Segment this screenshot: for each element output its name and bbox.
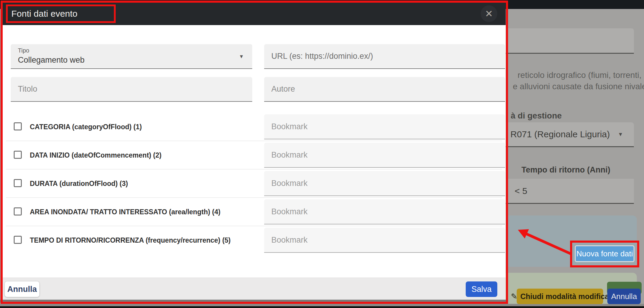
categoria-bookmark-input[interactable] xyxy=(264,114,505,139)
row-divider xyxy=(6,226,502,226)
nuova-fonte-dati-button[interactable]: Nuova fonte dati xyxy=(575,245,634,262)
durata-checkbox[interactable] xyxy=(14,179,22,187)
tipo-select[interactable]: Tipo Collegamento web ▼ xyxy=(11,44,252,69)
edit-pencil-icon: ✎ xyxy=(511,292,517,301)
chiudi-modalita-modifica-label: Chiudi modalità modifica xyxy=(520,292,609,301)
tempo-ritorno-bookmark-input[interactable] xyxy=(264,228,505,253)
data-inizio-label: DATA INIZIO (dateOfCommencement) (2) xyxy=(30,143,162,168)
categoria-checkbox[interactable] xyxy=(14,122,22,130)
close-icon: ✕ xyxy=(485,8,493,19)
page-bottom-dark-bar xyxy=(0,306,644,308)
data-inizio-bookmark-input[interactable] xyxy=(264,143,505,168)
flood-description-line1: reticolo idrografico (fiumi, torrenti, xyxy=(518,70,641,80)
area-inondata-label: AREA INONDATA/ TRATTO INTERESSATO (area/… xyxy=(30,199,220,224)
tipo-select-value: Collegamento web xyxy=(18,56,85,65)
categoria-label: CATEGORIA (categoryOfFlood) (1) xyxy=(30,114,142,139)
tempo-ritorno-row-label: TEMPO DI RITORNO/RICORRENZA (frequency/r… xyxy=(30,228,231,253)
area-inondata-checkbox[interactable] xyxy=(14,207,22,215)
dialog-footer: Annulla Salva xyxy=(2,278,506,300)
tipo-select-label: Tipo xyxy=(18,47,29,54)
tempo-ritorno-label: Tempo di ritorno (Anni) xyxy=(521,165,610,175)
modal-bottom-shadow xyxy=(0,300,508,303)
area-inondata-bookmark-input[interactable] xyxy=(264,199,505,224)
gestione-select-value: R071 (Regionale Liguria) xyxy=(510,129,610,139)
url-input[interactable] xyxy=(264,44,505,69)
chiudi-modalita-modifica-button[interactable]: ✎ Chiudi modalità modifica xyxy=(517,289,603,304)
dialog-header: Fonti dati evento ✕ xyxy=(2,2,506,25)
tempo-ritorno-value: < 5 xyxy=(515,186,527,196)
page-annulla-button[interactable]: Annulla xyxy=(607,289,641,304)
titolo-input[interactable] xyxy=(11,77,252,102)
tempo-ritorno-checkbox[interactable] xyxy=(14,236,22,244)
salva-button[interactable]: Salva xyxy=(466,281,497,297)
flood-description-line2: e alluvioni causate da fusione nivale) xyxy=(513,82,644,91)
row-divider xyxy=(6,197,502,198)
row-divider xyxy=(6,169,502,170)
chevron-down-icon: ▼ xyxy=(618,131,623,138)
row-divider xyxy=(6,141,502,141)
fonti-dati-evento-dialog: Fonti dati evento ✕ Tipo Collegamento we… xyxy=(2,2,506,300)
data-inizio-checkbox[interactable] xyxy=(14,151,22,159)
page-bottom-gray-strip xyxy=(0,304,644,306)
durata-label: DURATA (durationOfFlood) (3) xyxy=(30,171,128,196)
annotation-title-box xyxy=(6,4,116,23)
gestione-label: à di gestione xyxy=(511,111,562,121)
chevron-down-icon: ▼ xyxy=(239,54,244,60)
durata-bookmark-input[interactable] xyxy=(264,171,505,196)
annulla-button[interactable]: Annulla xyxy=(5,281,39,297)
autore-input[interactable] xyxy=(264,77,505,102)
close-button[interactable]: ✕ xyxy=(481,5,497,22)
